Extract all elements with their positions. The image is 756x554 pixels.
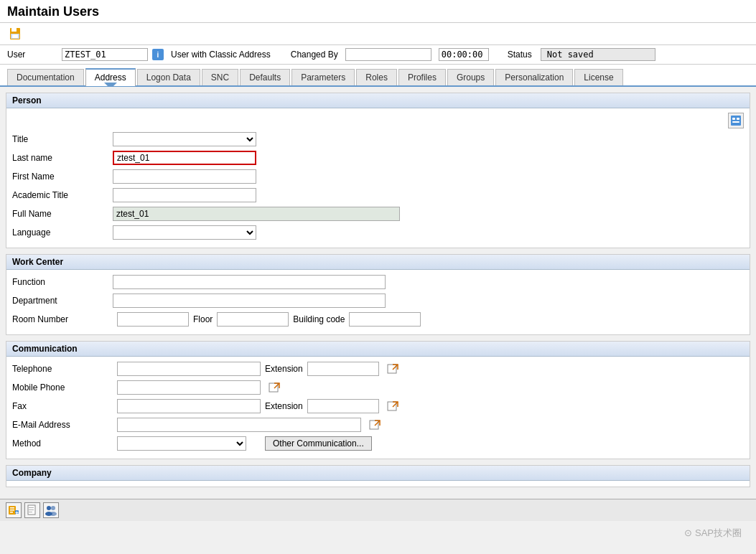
full-name-field-row: Full Name xyxy=(12,206,744,222)
status-label: Status xyxy=(508,50,532,60)
tab-logon-data[interactable]: Logon Data xyxy=(137,69,200,85)
svg-rect-14 xyxy=(370,421,378,429)
time-input xyxy=(439,48,489,61)
title-bar: Maintain Users xyxy=(0,0,756,23)
svg-rect-12 xyxy=(388,402,396,410)
tab-profiles[interactable]: Profiles xyxy=(398,69,446,85)
svg-rect-26 xyxy=(29,512,32,512)
room-label: Room Number xyxy=(12,314,113,324)
last-name-label: Last name xyxy=(12,153,113,163)
new-bottom-icon[interactable] xyxy=(6,502,22,518)
language-label: Language xyxy=(12,227,113,238)
building-input[interactable] xyxy=(349,312,421,327)
title-field-row: Title xyxy=(12,131,744,147)
users-bottom-icon[interactable] xyxy=(43,502,59,518)
full-name-label: Full Name xyxy=(12,209,113,219)
main-content: Person Title xyxy=(0,87,756,499)
telephone-ext-input[interactable] xyxy=(307,362,379,376)
svg-rect-5 xyxy=(732,118,735,120)
email-label: E-Mail Address xyxy=(12,420,113,430)
document-bottom-icon[interactable] xyxy=(24,502,40,518)
svg-rect-3 xyxy=(12,34,18,38)
svg-rect-6 xyxy=(737,118,739,120)
svg-rect-7 xyxy=(732,121,739,123)
method-label: Method xyxy=(12,438,113,449)
email-external-icon[interactable] xyxy=(368,418,383,432)
department-field-row: Department xyxy=(12,293,744,309)
user-field-row: User i User with Classic Address xyxy=(7,48,271,61)
work-center-section: Work Center Function Department Room Num… xyxy=(6,254,750,335)
communication-section: Communication Telephone Extension xyxy=(6,341,750,459)
svg-rect-17 xyxy=(10,507,14,509)
telephone-ext-label: Extension xyxy=(265,364,303,374)
first-name-input[interactable] xyxy=(113,169,256,184)
fax-ext-input[interactable] xyxy=(307,399,379,413)
save-icon[interactable] xyxy=(7,26,23,42)
person-icon-button[interactable] xyxy=(728,113,744,128)
function-label: Function xyxy=(12,277,113,287)
floor-input[interactable] xyxy=(217,312,289,327)
room-input[interactable] xyxy=(117,312,189,327)
language-select[interactable] xyxy=(113,225,256,240)
toolbar xyxy=(0,23,756,45)
company-section-header: Company xyxy=(6,466,750,481)
company-section-body xyxy=(6,481,750,487)
user-input[interactable] xyxy=(62,48,148,61)
last-name-input[interactable] xyxy=(113,151,256,165)
email-input[interactable] xyxy=(117,418,361,432)
tab-address[interactable]: Address xyxy=(85,68,136,86)
tab-snc[interactable]: SNC xyxy=(202,69,238,85)
email-row: E-Mail Address xyxy=(12,417,744,433)
company-section: Company xyxy=(6,465,750,487)
person-section: Person Title xyxy=(6,93,750,248)
mobile-external-icon[interactable] xyxy=(268,380,282,395)
mobile-input[interactable] xyxy=(117,380,261,395)
svg-point-30 xyxy=(50,512,57,516)
fax-input[interactable] xyxy=(117,399,261,413)
info-icon[interactable]: i xyxy=(152,49,164,60)
person-section-body: Title Last name First Name Academic Titl… xyxy=(6,108,750,248)
telephone-input[interactable] xyxy=(117,362,261,376)
method-row: Method Other Communication... xyxy=(12,436,744,451)
tab-defaults[interactable]: Defaults xyxy=(240,69,290,85)
tab-roles[interactable]: Roles xyxy=(356,69,397,85)
status-value: Not saved xyxy=(541,48,655,61)
last-name-field-row: Last name xyxy=(12,150,744,166)
tab-parameters[interactable]: Parameters xyxy=(291,69,355,85)
svg-point-27 xyxy=(47,506,51,510)
fax-row: Fax Extension xyxy=(12,398,744,414)
full-name-input xyxy=(113,207,400,221)
user-label: User xyxy=(7,50,57,60)
changed-by-label: Changed By xyxy=(291,50,341,60)
title-label: Title xyxy=(12,134,113,144)
svg-rect-10 xyxy=(269,383,278,392)
svg-rect-18 xyxy=(10,510,14,511)
svg-rect-19 xyxy=(10,512,13,513)
fax-label: Fax xyxy=(12,401,113,411)
header-fields: User i User with Classic Address Changed… xyxy=(0,45,756,65)
function-input[interactable] xyxy=(113,275,386,289)
tab-documentation[interactable]: Documentation xyxy=(7,69,84,85)
department-input[interactable] xyxy=(113,294,386,308)
svg-rect-24 xyxy=(29,507,34,508)
tab-groups[interactable]: Groups xyxy=(447,69,494,85)
svg-rect-1 xyxy=(11,28,17,32)
building-label: Building code xyxy=(293,314,345,324)
other-communication-button[interactable]: Other Communication... xyxy=(265,436,372,451)
fax-external-icon[interactable] xyxy=(386,399,401,413)
tab-personalization[interactable]: Personalization xyxy=(495,69,573,85)
academic-title-input[interactable] xyxy=(113,188,256,202)
title-select[interactable] xyxy=(113,132,256,146)
fax-ext-label: Extension xyxy=(265,401,303,411)
tab-license[interactable]: License xyxy=(574,69,622,85)
changed-by-input[interactable] xyxy=(345,48,431,61)
svg-point-28 xyxy=(51,506,55,510)
telephone-external-icon[interactable] xyxy=(386,362,401,376)
function-field-row: Function xyxy=(12,274,744,290)
changed-by-row: Changed By Status Not saved xyxy=(291,48,655,61)
mobile-row: Mobile Phone xyxy=(12,380,744,395)
tabs-bar: Documentation Address Logon Data SNC Def… xyxy=(0,65,756,87)
method-select[interactable] xyxy=(117,436,246,451)
floor-label: Floor xyxy=(193,314,213,324)
svg-rect-25 xyxy=(29,510,34,510)
